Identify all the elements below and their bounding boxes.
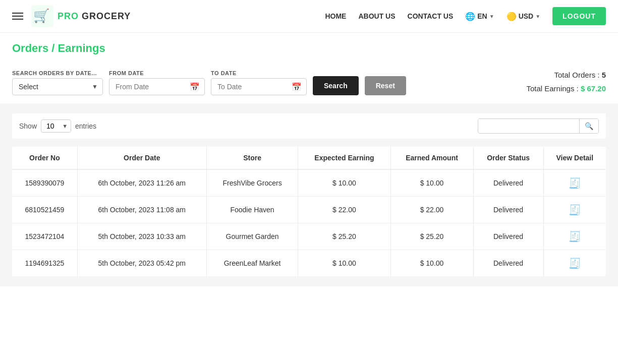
table-row: 6810521459 6th October, 2023 11:08 am Fo…: [12, 197, 606, 223]
logo: 🛒 PRO GROCERY: [31, 5, 131, 27]
header-left: 🛒 PRO GROCERY: [12, 5, 131, 27]
cell-store: Gourmet Garden: [206, 223, 298, 250]
hamburger-menu[interactable]: [12, 13, 23, 20]
header: 🛒 PRO GROCERY HOME ABOUT US CONTACT US 🌐…: [0, 0, 618, 33]
cell-order-date: 5th October, 2023 10:33 am: [77, 223, 206, 250]
cell-store: Foodie Haven: [206, 197, 298, 223]
logo-text: PRO GROCERY: [58, 11, 131, 22]
total-orders-label: Total Orders :: [554, 71, 599, 79]
total-orders-count: 5: [602, 71, 606, 79]
col-expected-earning: Expected Earning: [298, 147, 390, 169]
total-earnings-line: Total Earnings : $ 67.20: [526, 82, 606, 95]
svg-text:🛒: 🛒: [33, 8, 50, 24]
currency-selector[interactable]: 🟡 USD ▼: [507, 12, 540, 21]
cell-order-status: Delivered: [473, 223, 543, 250]
entries-select-wrap: 10 25 50 100 ▼: [41, 119, 71, 133]
logo-icon: 🛒: [31, 5, 53, 27]
cell-earned-amount: $ 22.00: [390, 197, 473, 223]
page-title-bar: Orders / Earnings: [0, 33, 618, 60]
cell-order-no: 6810521459: [12, 197, 77, 223]
language-flag: 🌐: [465, 12, 475, 21]
table-controls: Show 10 25 50 100 ▼ entries 🔍: [12, 113, 606, 139]
view-detail-icon[interactable]: 🧾: [569, 204, 581, 215]
language-label: EN: [477, 12, 487, 20]
language-chevron-icon: ▼: [489, 14, 494, 19]
col-order-no: Order No: [12, 147, 77, 169]
cell-order-date: 6th October, 2023 11:26 am: [77, 169, 206, 197]
table-row: 1589390079 6th October, 2023 11:26 am Fr…: [12, 169, 606, 197]
total-earnings-label: Total Earnings :: [526, 84, 578, 93]
from-date-input[interactable]: [109, 78, 205, 95]
show-label: Show: [19, 122, 37, 130]
to-date-wrap: 📅: [211, 78, 307, 95]
cell-order-status: Delivered: [473, 197, 543, 223]
filter-group-to-date: TO DATE 📅: [211, 70, 307, 95]
language-selector[interactable]: 🌐 EN ▼: [465, 12, 494, 21]
cell-expected-earning: $ 10.00: [298, 250, 390, 277]
cell-view-detail[interactable]: 🧾: [543, 197, 606, 223]
orders-table: Order No Order Date Store Expected Earni…: [12, 147, 606, 276]
table-search-icon[interactable]: 🔍: [579, 119, 598, 133]
cell-order-no: 1194691325: [12, 250, 77, 277]
cell-order-status: Delivered: [473, 169, 543, 197]
col-earned-amount: Earned Amount: [390, 147, 473, 169]
table-section: Show 10 25 50 100 ▼ entries 🔍 Order No O…: [0, 103, 618, 286]
nav-contact[interactable]: CONTACT US: [408, 12, 454, 20]
cell-view-detail[interactable]: 🧾: [543, 169, 606, 197]
header-nav: HOME ABOUT US CONTACT US 🌐 EN ▼ 🟡 USD ▼ …: [325, 7, 606, 25]
currency-chevron-icon: ▼: [535, 14, 540, 19]
view-detail-icon[interactable]: 🧾: [569, 231, 581, 242]
filter-group-from-date: FROM DATE 📅: [109, 70, 205, 95]
cell-view-detail[interactable]: 🧾: [543, 223, 606, 250]
col-store: Store: [206, 147, 298, 169]
entries-label: entries: [75, 122, 96, 130]
page-title: Orders / Earnings: [12, 42, 606, 55]
logout-button[interactable]: LOGOUT: [552, 7, 606, 25]
reset-button[interactable]: Reset: [365, 76, 406, 95]
currency-flag: 🟡: [507, 12, 517, 21]
cell-earned-amount: $ 10.00: [390, 250, 473, 277]
currency-label: USD: [519, 12, 534, 20]
col-view-detail: View Detail: [543, 147, 606, 169]
table-head: Order No Order Date Store Expected Earni…: [12, 147, 606, 169]
cell-order-date: 6th October, 2023 11:08 am: [77, 197, 206, 223]
col-order-date: Order Date: [77, 147, 206, 169]
cell-earned-amount: $ 25.20: [390, 223, 473, 250]
cell-store: GreenLeaf Market: [206, 250, 298, 277]
search-button[interactable]: Search: [313, 76, 359, 95]
cell-expected-earning: $ 10.00: [298, 169, 390, 197]
table-header-row: Order No Order Date Store Expected Earni…: [12, 147, 606, 169]
select-filter[interactable]: Select: [12, 78, 103, 95]
table-search-input[interactable]: [478, 119, 579, 133]
cell-expected-earning: $ 25.20: [298, 223, 390, 250]
view-detail-icon[interactable]: 🧾: [569, 177, 581, 189]
to-date-input[interactable]: [211, 78, 307, 95]
total-orders-line: Total Orders : 5: [526, 68, 606, 82]
filter-bar: SEARCH ORDERS BY DATE... Select ▼ FROM D…: [0, 60, 618, 103]
col-order-status: Order Status: [473, 147, 543, 169]
cell-order-no: 1589390079: [12, 169, 77, 197]
nav-about[interactable]: ABOUT US: [358, 12, 395, 20]
cell-order-date: 5th October, 2023 05:42 pm: [77, 250, 206, 277]
search-orders-label: SEARCH ORDERS BY DATE...: [12, 70, 103, 76]
view-detail-icon[interactable]: 🧾: [569, 258, 581, 269]
cell-view-detail[interactable]: 🧾: [543, 250, 606, 277]
cell-order-status: Delivered: [473, 250, 543, 277]
nav-home[interactable]: HOME: [325, 12, 346, 20]
filter-group-select: SEARCH ORDERS BY DATE... Select ▼: [12, 70, 103, 95]
totals-wrap: Total Orders : 5 Total Earnings : $ 67.2…: [526, 68, 606, 95]
cell-order-no: 1523472104: [12, 223, 77, 250]
cell-store: FreshVibe Grocers: [206, 169, 298, 197]
cell-expected-earning: $ 22.00: [298, 197, 390, 223]
table-row: 1523472104 5th October, 2023 10:33 am Go…: [12, 223, 606, 250]
total-earnings-amount: $ 67.20: [581, 84, 606, 93]
from-date-wrap: 📅: [109, 78, 205, 95]
cell-earned-amount: $ 10.00: [390, 169, 473, 197]
from-date-label: FROM DATE: [109, 70, 205, 76]
table-row: 1194691325 5th October, 2023 05:42 pm Gr…: [12, 250, 606, 277]
select-wrap: Select ▼: [12, 78, 103, 95]
entries-select[interactable]: 10 25 50 100: [41, 119, 71, 133]
to-date-label: TO DATE: [211, 70, 307, 76]
table-body: 1589390079 6th October, 2023 11:26 am Fr…: [12, 169, 606, 276]
table-search-wrap: 🔍: [478, 118, 599, 134]
